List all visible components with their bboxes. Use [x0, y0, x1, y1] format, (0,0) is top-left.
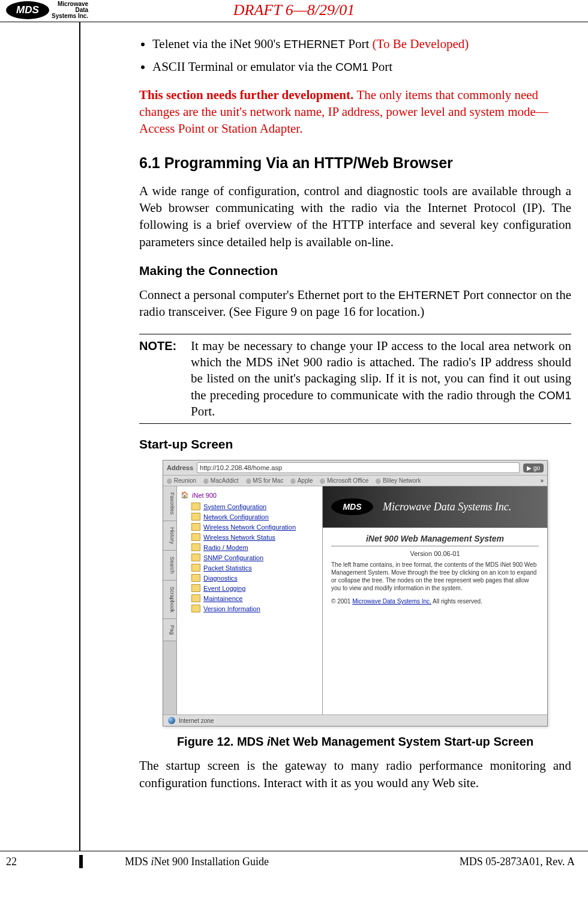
tab-search[interactable]: Search [163, 551, 176, 581]
mgmt-description: The left frame contains, in tree format,… [331, 561, 539, 592]
folder-icon [191, 554, 200, 561]
address-bar-row: Address http://10.2.208.48/home.asp ▶ go [163, 461, 547, 476]
side-tab-rail: Favorites History Search Scrapbook Pag [163, 486, 177, 714]
note-text: It may be necessary to change your IP ac… [191, 338, 571, 420]
bullet-text: ASCII Terminal or emulator via the [152, 59, 335, 74]
tree-item[interactable]: System Configuration [181, 501, 319, 512]
note-block: NOTE: It may be necessary to change your… [139, 338, 571, 420]
tree-item[interactable]: Wireless Network Status [181, 532, 319, 542]
footer-center: MDS iNet 900 Installation Guide [125, 856, 460, 868]
development-note: This section needs further development. … [139, 86, 571, 137]
heading-startup-screen: Start-up Screen [139, 437, 571, 452]
bookmark-item[interactable]: MS for Mac [246, 477, 284, 484]
para-6-1: A wide range of configuration, control a… [139, 183, 571, 250]
tree-item[interactable]: SNMP Configuration [181, 552, 319, 563]
bullet-text: Telenet via the iNet 900's [152, 37, 284, 51]
folder-icon [191, 605, 200, 612]
bullet-ascii: ASCII Terminal or emulator via the COM1 … [152, 58, 571, 75]
mds-logo-box: MDS Microwave Data Systems Inc. [6, 1, 88, 19]
bookmark-item[interactable]: Microsoft Office [320, 477, 368, 484]
footer-mid-prefix: MDS [125, 856, 151, 868]
globe-icon [168, 717, 175, 724]
bookmark-more[interactable]: » [540, 477, 544, 484]
browser-window: Address http://10.2.208.48/home.asp ▶ go… [163, 460, 548, 726]
folder-icon [191, 503, 200, 510]
code-ethernet: ETHERNET [284, 38, 345, 50]
left-margin-column [0, 22, 80, 851]
bullet-telenet: Telenet via the iNet 900's ETHERNET Port… [152, 35, 571, 52]
tree-item[interactable]: Event Logging [181, 583, 319, 593]
mds-logo-oval: MDS [6, 1, 49, 19]
copy-prefix: © 2001 [331, 598, 352, 605]
page-footer: 22 MDS iNet 900 Installation Guide MDS 0… [0, 851, 588, 874]
footer-right: MDS 05-2873A01, Rev. A [460, 856, 575, 868]
page-body: Telenet via the iNet 900's ETHERNET Port… [0, 22, 588, 851]
note-body: Port. [191, 404, 215, 418]
tree-item[interactable]: Diagnostics [181, 573, 319, 583]
footer-separator [79, 855, 83, 868]
heading-6-1: 6.1 Programming Via an HTTP/Web Browser [139, 154, 571, 172]
bullet-text: Port [345, 37, 373, 51]
browser-body: Favorites History Search Scrapbook Pag 🏠… [163, 486, 547, 714]
para-making-connection: Connect a personal computer's Ethernet p… [139, 286, 571, 321]
folder-icon [191, 523, 200, 531]
content-panel: MDS Microwave Data Systems Inc. iNet 900… [323, 486, 547, 714]
dev-note-bold: This section needs further development. [139, 88, 356, 102]
banner: MDS Microwave Data Systems Inc. [323, 486, 547, 528]
mgmt-title: iNet 900 Web Management System [331, 534, 539, 546]
bullet-text: Port [368, 59, 392, 74]
caption-suffix: Net Web Management System Start-up Scree… [270, 735, 533, 748]
tree-root[interactable]: 🏠 iNet 900 [181, 491, 319, 499]
note-rule-top [139, 334, 571, 334]
code-com1: COM1 [538, 389, 571, 402]
tree-item[interactable]: Network Configuration [181, 512, 319, 522]
status-bar: Internet zone [163, 714, 547, 726]
mds-logo-text: Microwave Data Systems Inc. [52, 1, 88, 19]
code-ehternet: EHTERNET [398, 289, 460, 301]
tab-page[interactable]: Pag [163, 619, 176, 641]
heading-making-connection: Making the Connection [139, 264, 571, 278]
bookmark-item[interactable]: MacAddict [203, 477, 238, 484]
figure-12-caption: Figure 12. MDS iNet Web Management Syste… [139, 735, 571, 749]
tree-item[interactable]: Radio / Modem [181, 542, 319, 552]
bookmark-item[interactable]: Reunion [167, 477, 196, 484]
tab-history[interactable]: History [163, 521, 176, 551]
folder-icon [191, 533, 200, 541]
go-button[interactable]: ▶ go [523, 464, 544, 473]
tab-scrapbook[interactable]: Scrapbook [163, 581, 176, 619]
folder-icon [191, 594, 200, 602]
bookmark-bar: Reunion MacAddict MS for Mac Apple Micro… [163, 476, 547, 486]
tree-item[interactable]: Version Information [181, 603, 319, 614]
tree-root-label: iNet 900 [192, 492, 217, 499]
page-number: 22 [6, 856, 79, 868]
tab-favorites[interactable]: Favorites [163, 486, 176, 521]
page-header: MDS Microwave Data Systems Inc. DRAFT 6—… [0, 0, 588, 22]
closing-paragraph: The startup screen is the gateway to man… [139, 757, 571, 791]
conn-text: Connect a personal computer's Ethernet p… [139, 288, 398, 302]
mgmt-box: iNet 900 Web Management System Version 0… [323, 528, 547, 611]
copy-link[interactable]: Microwave Data Systems Inc. [352, 598, 431, 605]
caption-prefix: Figure 12. MDS [177, 735, 267, 748]
draft-stamp: DRAFT 6—8/29/01 [233, 1, 355, 19]
tree-item[interactable]: Packet Statistics [181, 563, 319, 573]
home-icon: 🏠 [181, 491, 189, 499]
screenshot-container: Address http://10.2.208.48/home.asp ▶ go… [139, 460, 571, 726]
mgmt-version: Version 00.06-01 [331, 550, 539, 557]
folder-icon [191, 574, 200, 582]
footer-mid-suffix: Net 900 Installation Guide [154, 856, 269, 868]
nav-tree-panel: 🏠 iNet 900 System Configuration Network … [177, 486, 323, 714]
folder-icon [191, 543, 200, 551]
tree-item[interactable]: Wireless Network Configuration [181, 522, 319, 532]
mgmt-copyright: © 2001 Microwave Data Systems Inc. All r… [331, 598, 539, 605]
banner-title: Microwave Data Systems Inc. [383, 501, 511, 513]
bookmark-item[interactable]: Bliley Network [376, 477, 421, 484]
bookmark-item[interactable]: Apple [290, 477, 313, 484]
note-body: It may be necessary to change your IP ac… [191, 339, 571, 402]
url-text: http://10.2.208.48/home.asp [200, 464, 282, 471]
to-be-developed: (To Be Developed) [373, 37, 469, 51]
logo-line-3: Systems Inc. [52, 13, 88, 19]
tree-item[interactable]: Maintainence [181, 593, 319, 603]
folder-icon [191, 564, 200, 572]
address-input[interactable]: http://10.2.208.48/home.asp [197, 462, 520, 473]
code-com1: COM1 [335, 61, 368, 73]
